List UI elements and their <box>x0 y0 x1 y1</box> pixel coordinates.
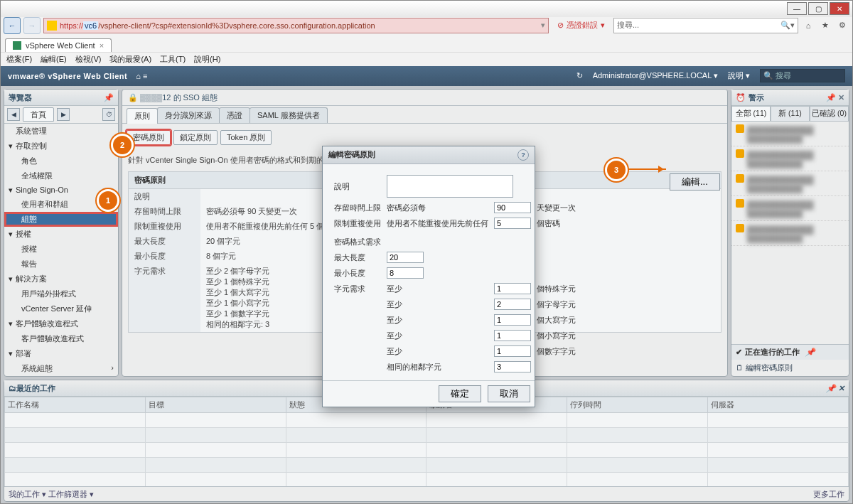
wip-icon: ✔ <box>736 348 742 357</box>
nav-item[interactable]: 系統管理 <box>4 124 118 139</box>
alarms-panel: ⏰警示📌 ✕ 全部 (11) 新 (11) 已確認 (0) ██████████… <box>731 89 849 377</box>
menu-edit[interactable]: 編輯(E) <box>41 54 67 65</box>
alarm-tab-ack[interactable]: 已確認 (0) <box>810 106 849 121</box>
nav-item[interactable]: 客戶體驗改進程式 <box>4 331 118 346</box>
subtab-lockout[interactable]: 鎖定原則 <box>173 130 218 145</box>
home-icon[interactable]: ⌂ <box>801 18 815 33</box>
recent-tasks-pin[interactable]: 📌 ✕ <box>826 384 844 393</box>
alarm-item[interactable]: ██████████████████████ <box>731 171 849 196</box>
menu-help[interactable]: 說明(H) <box>194 54 220 65</box>
site-favicon <box>47 21 57 31</box>
lower-input[interactable] <box>494 330 531 341</box>
recent-tasks-title: 最近的工作 <box>16 383 55 394</box>
alarm-tab-new[interactable]: 新 (11) <box>771 106 810 121</box>
back-button[interactable]: ← <box>4 17 21 34</box>
ok-button[interactable]: 確定 <box>439 385 481 402</box>
pin-icon[interactable]: 📌 <box>104 93 114 102</box>
dialog-help-icon[interactable]: ? <box>517 149 529 161</box>
tab-cert[interactable]: 憑證 <box>219 107 250 123</box>
tab-policy[interactable]: 原則 <box>127 108 158 124</box>
menu-favorites[interactable]: 我的最愛(A) <box>109 54 151 65</box>
nav-home-tab[interactable]: 首頁 <box>23 107 54 122</box>
forward-button[interactable]: → <box>23 17 41 34</box>
address-bar[interactable]: https:// vc6 /vsphere-client/?csp#extens… <box>43 18 549 33</box>
nav-item[interactable]: 組態 <box>4 212 118 227</box>
nav-item[interactable]: 全域權限 <box>4 168 118 183</box>
nav-item[interactable]: ▾客戶體驗改進程式 <box>4 316 118 331</box>
window-close[interactable]: ✕ <box>830 2 849 15</box>
menu-tools[interactable]: 工具(T) <box>160 54 186 65</box>
browser-tab[interactable]: vSphere Web Client × <box>5 38 112 52</box>
user-menu[interactable]: Administrator@VSPHERE.LOCAL ▾ <box>593 71 718 80</box>
wip-pin[interactable]: 📌 <box>805 348 815 357</box>
nav-history[interactable]: ⏱ <box>102 108 115 121</box>
minlen-label: 最小長度 <box>331 267 384 279</box>
nav-item[interactable]: ▾解決方案 <box>4 272 118 286</box>
menu-view[interactable]: 檢視(V) <box>75 54 102 65</box>
app-search[interactable]: 🔍 搜尋 <box>760 69 845 82</box>
alpha-input[interactable] <box>494 299 531 310</box>
browser-toolbar: ← → https:// vc6 /vsphere-client/?csp#ex… <box>1 17 852 35</box>
nav-item[interactable]: ▾存取控制 <box>4 139 118 154</box>
minlen-input[interactable] <box>387 267 424 279</box>
wip-item[interactable]: 🗒 編輯密碼原則 <box>731 360 849 376</box>
tab-identity[interactable]: 身分識別來源 <box>157 107 220 123</box>
alarms-panel-pin[interactable]: 📌 ✕ <box>826 93 844 102</box>
nav-item[interactable]: ▾部署 <box>4 346 118 361</box>
alarm-item[interactable]: ██████████████████████ <box>731 196 849 221</box>
more-tasks-link[interactable]: 更多工作 <box>813 489 844 500</box>
app-header: vmware® vSphere Web Client ⌂ ≡ ↻ Adminis… <box>1 66 852 86</box>
nav-item[interactable]: 角色 <box>4 154 118 168</box>
tools-icon[interactable]: ⚙ <box>835 18 849 33</box>
favorites-icon[interactable]: ★ <box>818 18 832 33</box>
url-scheme: https:// <box>60 21 83 30</box>
window-minimize[interactable]: — <box>787 2 807 15</box>
annotation-3: 3 <box>605 159 628 181</box>
desc-input[interactable] <box>387 175 513 198</box>
alarm-item[interactable]: ██████████████████████ <box>731 122 849 146</box>
special-input[interactable] <box>494 283 531 294</box>
lifetime-input[interactable] <box>494 202 531 213</box>
maxlen-input[interactable] <box>387 252 424 263</box>
adjacent-input[interactable] <box>494 361 531 372</box>
menu-file[interactable]: 檔案(F) <box>6 54 32 65</box>
refresh-icon[interactable]: ↻ <box>576 71 583 80</box>
reuse-input[interactable] <box>494 218 531 229</box>
brand-label: vmware® vSphere Web Client <box>8 72 127 80</box>
window-maximize[interactable]: ▢ <box>808 2 828 15</box>
recent-tasks-icon: 🗂 <box>9 384 16 392</box>
help-menu[interactable]: 說明 ▾ <box>728 70 750 81</box>
home-button[interactable]: ⌂ ≡ <box>136 72 147 80</box>
digit-input[interactable] <box>494 345 531 357</box>
nav-item[interactable]: 系統組態 › <box>4 361 118 376</box>
cancel-button[interactable]: 取消 <box>488 385 530 402</box>
nav-back[interactable]: ◀ <box>7 108 20 121</box>
browser-tabstrip: vSphere Web Client × <box>1 34 852 52</box>
tasks-filter-left[interactable]: 我的工作 ▾ 工作篩選器 ▾ <box>9 489 94 500</box>
upper-input[interactable] <box>494 314 531 326</box>
nav-item[interactable]: vCenter Server 延伸 <box>4 301 118 316</box>
nav-item[interactable]: 報告 <box>4 257 118 272</box>
nav-item[interactable]: ▾授權 <box>4 227 118 242</box>
nav-item[interactable]: 用戶端外掛程式 <box>4 286 118 301</box>
format-label: 密碼格式需求 <box>331 232 579 248</box>
alarm-item[interactable]: ██████████████████████ <box>731 146 849 171</box>
subtab-token[interactable]: Token 原則 <box>220 130 272 145</box>
tab-close-icon[interactable]: × <box>100 41 104 50</box>
certificate-warning[interactable]: ⊘ 憑證錯誤 ▾ <box>557 20 605 31</box>
edit-button[interactable]: 編輯... <box>670 173 720 191</box>
search-icon: 🔍▾ <box>780 21 795 30</box>
alarm-item[interactable]: ██████████████████████ <box>731 221 849 246</box>
tab-saml[interactable]: SAML 服務提供者 <box>250 107 328 123</box>
browser-search[interactable]: 搜尋... 🔍▾ <box>613 18 798 33</box>
url-path: /vsphere-client/?csp#extensionId%3Dvsphe… <box>98 21 541 30</box>
nav-fwd[interactable]: ▶ <box>57 108 70 121</box>
nav-item[interactable]: 授權 <box>4 242 118 257</box>
wip-title: 正在進行的工作 <box>745 347 800 358</box>
url-host: vc6 <box>83 21 98 30</box>
work-in-progress: ✔正在進行的工作📌 🗒 編輯密碼原則 <box>731 344 849 376</box>
alarm-tab-all[interactable]: 全部 (11) <box>731 106 771 121</box>
alarms-title: 警示 <box>749 92 764 103</box>
primary-tabs: 原則 身分識別來源 憑證 SAML 服務提供者 <box>122 106 727 124</box>
annotation-1: 1 <box>97 189 119 212</box>
